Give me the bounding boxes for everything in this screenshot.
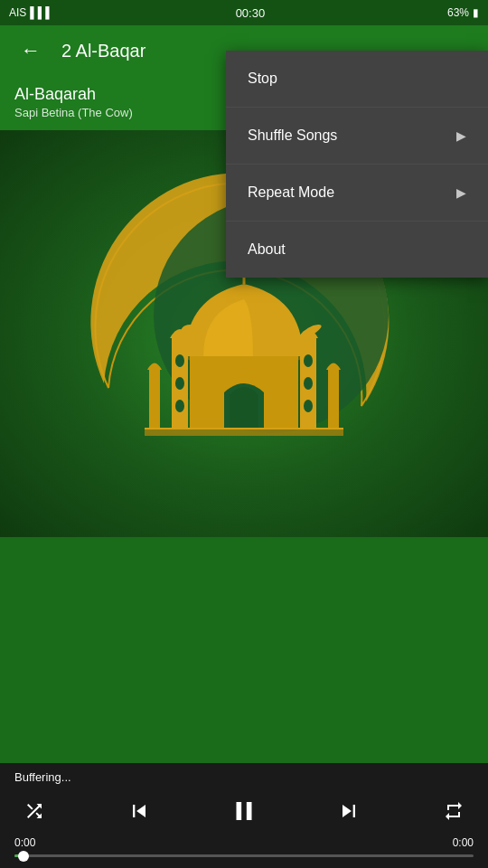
battery-percent: 63% [447, 6, 469, 19]
menu-item-shuffle-label: Shuffle Songs [248, 127, 337, 144]
battery-icon: ▮ [473, 6, 479, 19]
menu-item-repeat-label: Repeat Mode [248, 184, 334, 201]
signal-icon: ▌▌▌ [30, 6, 53, 19]
menu-item-about-label: About [248, 241, 286, 258]
menu-item-stop-label: Stop [248, 71, 277, 87]
carrier-label: AIS [9, 6, 26, 19]
status-bar: AIS ▌▌▌ 00:30 63% ▮ [0, 0, 488, 25]
menu-item-about[interactable]: About [226, 222, 488, 278]
dropdown-menu: Stop Shuffle Songs ▶ Repeat Mode ▶ About [226, 51, 488, 278]
repeat-arrow-icon: ▶ [456, 185, 466, 200]
status-time: 00:30 [236, 6, 266, 20]
menu-item-stop[interactable]: Stop [226, 51, 488, 108]
status-right: 63% ▮ [447, 6, 479, 19]
shuffle-arrow-icon: ▶ [456, 128, 466, 143]
status-left: AIS ▌▌▌ [9, 6, 53, 19]
menu-item-shuffle[interactable]: Shuffle Songs ▶ [226, 108, 488, 165]
menu-item-repeat[interactable]: Repeat Mode ▶ [226, 165, 488, 222]
back-button[interactable]: ← [14, 34, 47, 67]
